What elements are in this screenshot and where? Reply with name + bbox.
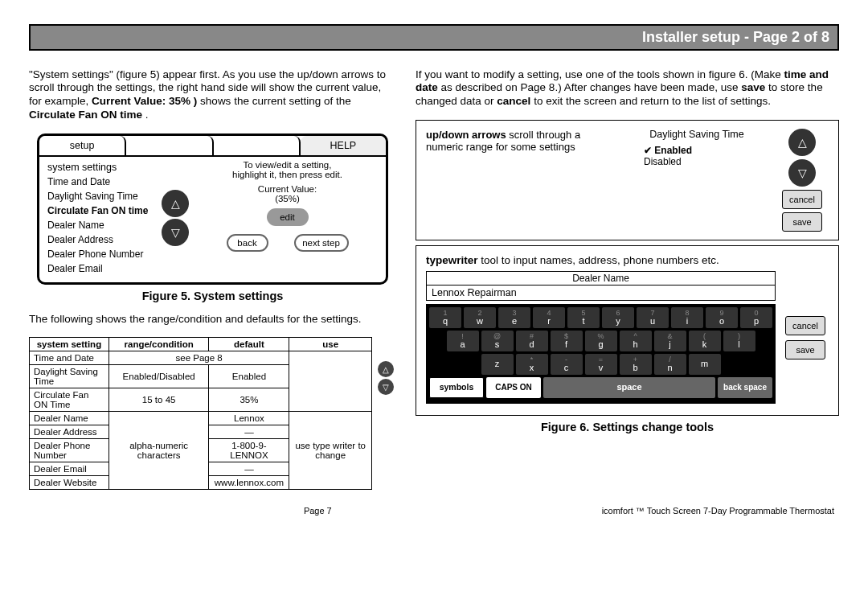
figure5-caption: Figure 5. System settings <box>29 290 396 302</box>
key-backspace[interactable]: back space <box>718 377 772 398</box>
list-item[interactable]: Dealer Address <box>44 232 157 247</box>
updown-label-bold: up/down arrows <box>426 129 506 141</box>
dst-option-disabled[interactable]: Disabled <box>644 156 769 167</box>
edit-button[interactable]: edit <box>267 208 309 226</box>
key-g[interactable]: %g <box>585 331 617 351</box>
key-b[interactable]: +b <box>620 354 652 375</box>
updown-tool-box: up/down arrows scroll through a numeric … <box>416 120 839 240</box>
key-caps[interactable]: CAPS ON <box>486 377 541 398</box>
tw-label-bold: typewriter <box>426 254 478 266</box>
typewriter-field-name: Dealer Name <box>427 272 775 285</box>
tab-setup[interactable]: setup <box>39 136 126 157</box>
cancel-button[interactable]: cancel <box>785 316 825 335</box>
settings-table: system setting range/condition default u… <box>29 337 372 490</box>
tab-row: setup HELP <box>39 136 386 157</box>
tab-help[interactable]: HELP <box>301 136 386 157</box>
key-z[interactable]: z <box>481 354 514 375</box>
key-q[interactable]: 1q <box>429 307 461 328</box>
arrow-up-icon[interactable] <box>378 361 394 377</box>
r-intro-2: as described on Page 8.) After changes h… <box>441 81 742 93</box>
list-item-selected[interactable]: Circulate Fan ON time <box>44 203 157 218</box>
key-a[interactable]: !a <box>447 331 479 351</box>
dst-option-enabled[interactable]: Enabled <box>644 145 769 156</box>
key-t[interactable]: 5t <box>567 307 600 328</box>
key-v[interactable]: =v <box>585 354 617 375</box>
scroll-arrows <box>157 160 194 276</box>
key-k[interactable]: (k <box>689 331 721 351</box>
typewriter-field-value[interactable]: Lennox Repairman <box>427 285 775 300</box>
key-x[interactable]: *x <box>516 354 548 375</box>
key-s[interactable]: @s <box>481 331 514 351</box>
key-w[interactable]: 2w <box>464 307 496 328</box>
r-intro-1: If you want to modify a setting, use one… <box>416 68 784 80</box>
th-setting: system setting <box>30 338 109 351</box>
key-l[interactable]: )l <box>723 331 755 351</box>
key-space[interactable]: space <box>543 377 715 398</box>
tab-blank2[interactable] <box>214 136 301 157</box>
arrow-down-icon[interactable] <box>788 159 816 187</box>
arrow-up-icon[interactable] <box>162 190 189 217</box>
list-item[interactable]: Daylight Saving Time <box>44 189 157 203</box>
intro-t2: shows the current setting of the <box>200 95 351 107</box>
th-use: use <box>289 338 372 351</box>
figure5-panel: setup HELP system settings Time and Date… <box>37 134 388 285</box>
arrow-up-icon[interactable] <box>788 129 816 156</box>
left-intro: "System settings" (figure 5) appear firs… <box>29 68 396 123</box>
tab-blank1[interactable] <box>126 136 213 157</box>
key-h[interactable]: ^h <box>620 331 652 351</box>
list-item[interactable]: Time and Date <box>44 175 157 189</box>
typewriter-input: Dealer Name Lennox Repairman <box>426 271 776 301</box>
th-default: default <box>209 338 289 351</box>
key-f[interactable]: $f <box>551 331 583 351</box>
back-button[interactable]: back <box>227 234 268 252</box>
tw-label-rest: tool to input names, address, phone numb… <box>478 254 719 266</box>
key-symbols[interactable]: symbols <box>429 377 484 398</box>
panel-right-info: To view/edit a setting, highlight it, th… <box>194 160 381 276</box>
settings-list: system settings Time and Date Daylight S… <box>44 160 157 276</box>
page-number: Page 7 <box>304 506 332 516</box>
key-i[interactable]: 8i <box>671 307 703 328</box>
r-intro-b3: cancel <box>497 95 530 107</box>
key-n[interactable]: /n <box>654 354 686 375</box>
key-m[interactable]: m <box>689 354 721 375</box>
table-row: Time and Date see Page 8 <box>30 351 372 365</box>
key-u[interactable]: 7u <box>637 307 669 328</box>
key-c[interactable]: -c <box>551 354 583 375</box>
key-y[interactable]: 6y <box>602 307 634 328</box>
dst-title: Daylight Saving Time <box>624 129 769 140</box>
list-item[interactable]: Dealer Email <box>44 261 157 276</box>
intro-b2: Circulate Fan ON time <box>29 109 142 121</box>
key-r[interactable]: 4r <box>533 307 565 328</box>
next-step-button[interactable]: next step <box>294 234 349 252</box>
arrow-down-icon[interactable] <box>162 219 189 246</box>
intro-t3: . <box>145 109 149 121</box>
key-o[interactable]: 9o <box>706 307 738 328</box>
two-column-layout: "System settings" (figure 5) appear firs… <box>29 57 839 490</box>
save-button[interactable]: save <box>782 212 822 232</box>
hint-line1: To view/edit a setting, <box>232 160 342 170</box>
intro-b1: Current Value: 35% ) <box>92 95 197 107</box>
current-value-label: Current Value: <box>258 184 317 194</box>
key-p[interactable]: 0p <box>740 307 772 328</box>
figure6-caption: Figure 6. Settings change tools <box>416 421 839 433</box>
table-row: Dealer Name alpha-numeric characters Len… <box>30 412 372 425</box>
key-e[interactable]: 3e <box>498 307 530 328</box>
table-scroll-arrows <box>375 337 396 490</box>
right-intro: If you want to modify a setting, use one… <box>416 68 839 109</box>
key-j[interactable]: &j <box>654 331 686 351</box>
save-button[interactable]: save <box>785 340 825 359</box>
arrow-down-icon[interactable] <box>378 379 394 395</box>
left-column: "System settings" (figure 5) appear firs… <box>29 57 396 490</box>
onscreen-keyboard: 1q2w3e4r5t6y7u8i9o0p !a@s#d$f%g^h&j(k)l … <box>426 304 776 404</box>
settings-list-title: system settings <box>44 160 157 175</box>
cancel-button[interactable]: cancel <box>782 190 822 209</box>
table-intro: The following shows the range/condition … <box>29 313 396 327</box>
page-footer: Page 7 icomfort ™ Touch Screen 7-Day Pro… <box>29 506 839 516</box>
r-intro-4: to exit the screen and return to the lis… <box>534 95 771 107</box>
current-value: (35%) <box>258 194 317 203</box>
list-item[interactable]: Dealer Phone Number <box>44 247 157 261</box>
key-d[interactable]: #d <box>516 331 548 351</box>
list-item[interactable]: Dealer Name <box>44 218 157 232</box>
typewriter-tool-box: typewriter tool to input names, address,… <box>416 245 839 416</box>
product-name: icomfort ™ Touch Screen 7-Day Programmab… <box>602 506 834 516</box>
